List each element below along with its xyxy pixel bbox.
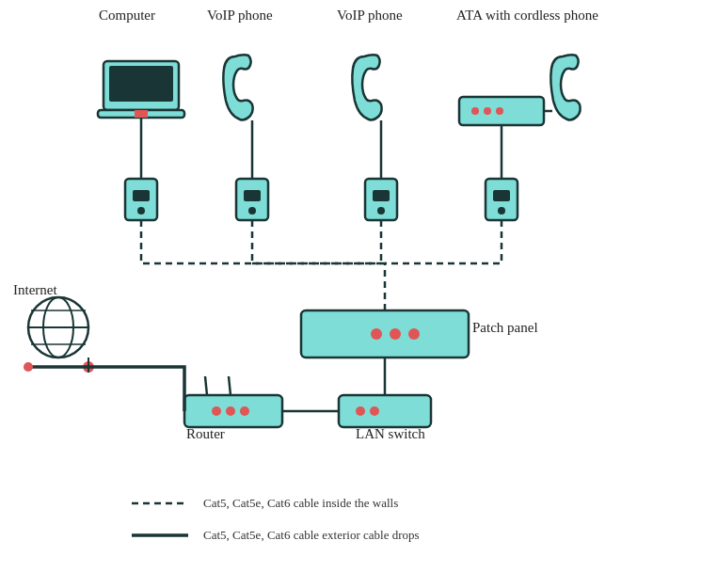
svg-point-37: [240, 406, 249, 416]
legend-dashed: Cat5, Cat5e, Cat6 cable inside the walls: [132, 496, 420, 511]
svg-point-31: [356, 406, 365, 416]
svg-point-27: [390, 328, 401, 340]
solid-line-icon: [132, 529, 188, 542]
dashed-line-icon: [132, 497, 188, 510]
network-diagram: Computer VoIP phone VoIP phone ATA with …: [0, 0, 701, 588]
svg-point-36: [226, 406, 235, 416]
svg-point-26: [371, 328, 382, 340]
svg-point-7: [137, 207, 145, 215]
svg-point-17: [471, 107, 479, 115]
svg-point-35: [212, 406, 221, 416]
svg-point-19: [496, 107, 503, 115]
svg-rect-14: [373, 190, 390, 201]
svg-point-24: [498, 207, 505, 215]
svg-line-39: [229, 376, 231, 395]
svg-rect-30: [339, 395, 431, 427]
legend: Cat5, Cat5e, Cat6 cable inside the walls…: [132, 496, 420, 560]
svg-rect-25: [301, 310, 469, 358]
svg-point-18: [484, 107, 491, 115]
svg-rect-10: [244, 190, 261, 201]
svg-point-15: [377, 207, 385, 215]
svg-rect-6: [133, 190, 150, 201]
solid-label: Cat5, Cat5e, Cat6 cable exterior cable d…: [203, 528, 420, 543]
svg-line-38: [205, 376, 207, 395]
svg-point-48: [24, 362, 33, 372]
dashed-label: Cat5, Cat5e, Cat6 cable inside the walls: [203, 496, 398, 511]
svg-rect-1: [109, 66, 173, 102]
svg-point-28: [408, 328, 420, 340]
svg-rect-3: [135, 110, 148, 118]
svg-rect-23: [493, 190, 510, 201]
legend-solid: Cat5, Cat5e, Cat6 cable exterior cable d…: [132, 528, 420, 543]
svg-point-32: [370, 406, 379, 416]
svg-point-11: [248, 207, 256, 215]
